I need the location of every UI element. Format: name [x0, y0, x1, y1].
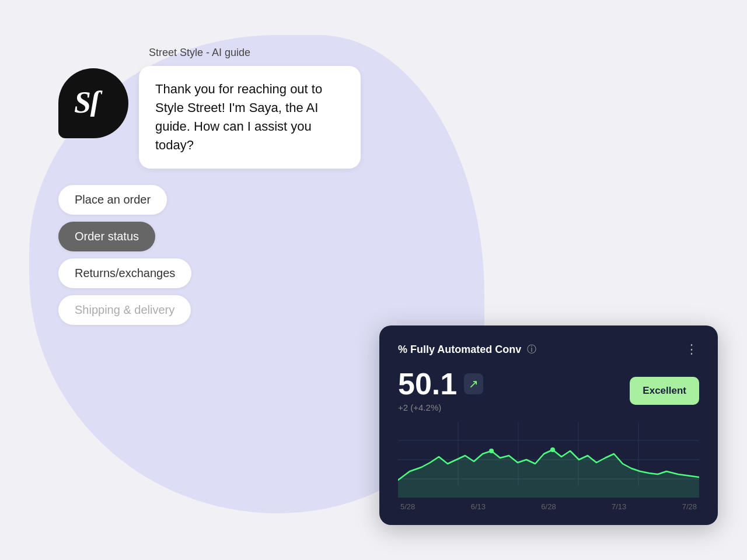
card-title-row: % Fully Automated Conv ⓘ [398, 344, 536, 356]
quick-reply-returns[interactable]: Returns/exchanges [58, 258, 191, 288]
x-label-0: 5/28 [400, 502, 415, 511]
x-label-2: 6/28 [541, 502, 556, 511]
svg-point-8 [489, 449, 494, 453]
quick-reply-shipping[interactable]: Shipping & delivery [58, 295, 191, 325]
metric-value: 50.1 [398, 369, 457, 399]
excellent-badge: Excellent [630, 377, 699, 405]
x-label-4: 7/28 [682, 502, 697, 511]
avatar: Sſ [58, 68, 128, 138]
metric-value-row: 50.1 ↗ [398, 369, 483, 399]
x-labels: 5/28 6/13 6/28 7/13 7/28 [398, 502, 699, 511]
card-title: % Fully Automated Conv [398, 344, 521, 356]
quick-reply-order-status[interactable]: Order status [58, 222, 155, 251]
metric-change: +2 (+4.2%) [398, 402, 483, 412]
more-icon[interactable]: ⋮ [685, 342, 699, 357]
quick-reply-place-order[interactable]: Place an order [58, 185, 167, 215]
chat-bubble: Thank you for reaching out to Style Stre… [139, 66, 361, 169]
x-label-3: 7/13 [612, 502, 626, 511]
chart-svg [398, 422, 699, 498]
svg-text:Sſ: Sſ [74, 86, 103, 117]
chat-section: Street Style - AI guide Sſ Thank you for… [58, 47, 361, 325]
card-header: % Fully Automated Conv ⓘ ⋮ [398, 342, 699, 357]
info-icon[interactable]: ⓘ [527, 344, 536, 356]
chat-header: Street Style - AI guide [149, 47, 361, 59]
chart-area [398, 422, 699, 498]
trend-up-icon: ↗ [464, 373, 483, 394]
x-label-1: 6/13 [471, 502, 486, 511]
quick-replies: Place an order Order status Returns/exch… [58, 185, 361, 325]
svg-point-9 [550, 447, 555, 452]
card-metrics: 50.1 ↗ +2 (+4.2%) Excellent [398, 369, 699, 412]
analytics-card: % Fully Automated Conv ⓘ ⋮ 50.1 ↗ +2 (+4… [379, 326, 718, 525]
avatar-text: Sſ [73, 85, 114, 122]
metric-left: 50.1 ↗ +2 (+4.2%) [398, 369, 483, 412]
chat-row: Sſ Thank you for reaching out to Style S… [58, 66, 361, 169]
main-container: Street Style - AI guide Sſ Thank you for… [0, 0, 747, 560]
